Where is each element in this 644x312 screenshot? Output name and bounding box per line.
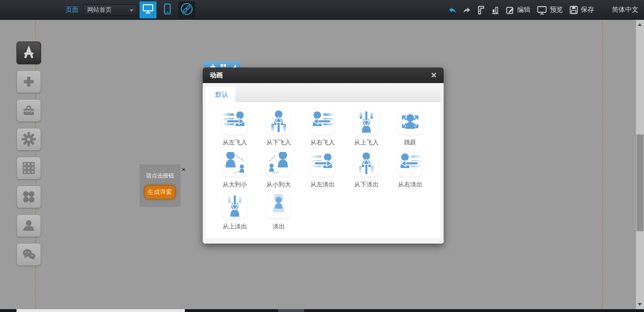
desktop-icon	[142, 4, 154, 16]
animation-item-label: 从小到大	[259, 180, 298, 189]
animation-item-label: 从左淡出	[303, 180, 342, 189]
scroll-up-icon[interactable]	[638, 23, 642, 26]
sidebar-item-wechat[interactable]	[17, 243, 41, 266]
page-label: 页面	[66, 6, 79, 14]
edit-button-label: 编辑	[517, 6, 530, 14]
redo-icon	[463, 7, 471, 13]
fly-in-left-icon	[223, 110, 247, 135]
sidebar-item-toolbox[interactable]	[17, 99, 41, 122]
sidebar-item-add[interactable]	[17, 70, 41, 93]
redo-button[interactable]	[463, 7, 471, 13]
language-button[interactable]: 简体中文	[601, 6, 638, 14]
fly-in-bottom-icon	[266, 110, 291, 135]
popup-trigger-text: 请点击按钮	[140, 172, 181, 180]
undo-button[interactable]	[448, 7, 456, 13]
animation-item-label: 从右淡出	[391, 180, 429, 189]
fade-out-right-icon	[398, 152, 422, 177]
animation-item[interactable]: 从左淡出	[303, 152, 342, 189]
edit-button[interactable]: 编辑	[506, 6, 530, 14]
animation-item[interactable]: 从小到大	[259, 152, 298, 189]
generate-popup-button[interactable]: 生成弹窗	[144, 185, 175, 199]
animation-item-label: 从右飞入	[303, 138, 342, 147]
animation-item[interactable]: 从右淡出	[391, 152, 429, 189]
animation-item-label: 淡出	[259, 222, 298, 231]
fade-out-left-icon	[310, 152, 335, 177]
save-icon	[570, 6, 578, 14]
save-button-label: 保存	[581, 6, 594, 14]
gear-icon	[21, 132, 36, 147]
page-guide-right	[602, 20, 603, 309]
grid-icon	[21, 160, 36, 176]
fade-out-bottom-icon	[354, 152, 379, 177]
wechat-icon	[21, 247, 36, 262]
fade-out-icon	[266, 194, 291, 219]
left-sidebar	[17, 42, 41, 266]
sidebar-item-settings[interactable]	[17, 128, 41, 151]
animation-item[interactable]: 从上淡出	[215, 194, 254, 231]
bottom-edge	[0, 309, 644, 312]
animation-grid: 从左飞入从下飞入从右飞入从上飞入跳跃从大到小从小到大从左淡出从下淡出从右淡出从上…	[206, 102, 440, 236]
appstore-icon	[21, 45, 36, 60]
animation-item[interactable]: 从下飞入	[259, 110, 298, 147]
language-button-label: 简体中文	[612, 6, 638, 14]
device-toggle-group	[140, 1, 195, 18]
stats-icon	[491, 6, 499, 14]
top-toolbar: 页面 网站首页 编辑预览保存简体中文	[0, 0, 644, 20]
stats-button[interactable]	[491, 6, 499, 14]
dialog-title: 动画	[203, 67, 444, 83]
page-select[interactable]: 网站首页	[83, 4, 137, 16]
sidebar-item-user[interactable]	[17, 214, 41, 237]
undo-icon	[448, 7, 456, 13]
sidebar-item-widgets[interactable]	[17, 42, 41, 64]
small-to-big-icon	[266, 152, 291, 177]
clover-icon	[21, 189, 36, 204]
link-button[interactable]	[178, 1, 195, 18]
animation-item[interactable]: 从大到小	[215, 152, 254, 189]
fly-in-right-icon	[310, 110, 335, 135]
toolbox-icon	[21, 103, 36, 118]
bottom-edge-segment	[278, 309, 304, 312]
editor-stage: 页面 网站首页 编辑预览保存简体中文 请点击按钮 生成弹窗 × 动画 × 默认 …	[0, 0, 644, 312]
sidebar-item-modules[interactable]	[17, 157, 41, 179]
sidebar-item-components[interactable]	[17, 186, 41, 208]
preview-button-label: 预览	[550, 6, 563, 14]
vertical-scrollbar[interactable]	[636, 20, 644, 309]
popup-trigger-element[interactable]: 请点击按钮 生成弹窗	[140, 164, 181, 207]
big-to-small-icon	[223, 152, 247, 177]
edit-icon	[506, 6, 514, 14]
tab-默认[interactable]: 默认	[208, 87, 235, 102]
person-icon	[21, 218, 36, 233]
animation-item[interactable]: 从右飞入	[303, 110, 342, 147]
horizontal-scrollbar-thumb[interactable]	[17, 309, 185, 312]
close-icon[interactable]: ×	[431, 70, 437, 81]
animation-item-label: 从大到小	[215, 180, 254, 189]
dialog-tabbar: 默认	[206, 87, 440, 102]
animation-item[interactable]: 跳跃	[391, 110, 429, 147]
preview-icon	[537, 6, 547, 15]
preview-button[interactable]: 预览	[537, 6, 563, 15]
ruler-icon	[478, 6, 485, 15]
tab-strip	[235, 87, 440, 102]
delete-element-icon[interactable]: ×	[182, 165, 186, 173]
page-select-value: 网站首页	[87, 6, 112, 13]
scroll-down-icon[interactable]	[638, 303, 642, 306]
link-icon	[180, 2, 193, 17]
chevron-down-icon	[130, 9, 133, 12]
mobile-icon	[164, 3, 171, 17]
animation-item[interactable]: 从左飞入	[215, 110, 254, 147]
desktop-view-button[interactable]	[140, 1, 157, 18]
scrollbar-thumb[interactable]	[636, 135, 644, 231]
animation-item-label: 从下淡出	[347, 180, 386, 189]
fly-in-top-icon	[354, 110, 379, 135]
animation-item-label: 从上淡出	[215, 222, 254, 231]
animation-item-label: 从左飞入	[215, 138, 254, 147]
mobile-view-button[interactable]	[159, 1, 176, 18]
animation-item-label: 从上飞入	[347, 138, 386, 147]
save-button[interactable]: 保存	[570, 6, 594, 14]
animation-item[interactable]: 从上飞入	[347, 110, 386, 147]
jump-icon	[398, 110, 422, 135]
animation-item[interactable]: 从下淡出	[347, 152, 386, 189]
ruler-button[interactable]	[478, 6, 485, 15]
animation-item[interactable]: 淡出	[259, 194, 298, 231]
plus-icon	[21, 74, 36, 89]
